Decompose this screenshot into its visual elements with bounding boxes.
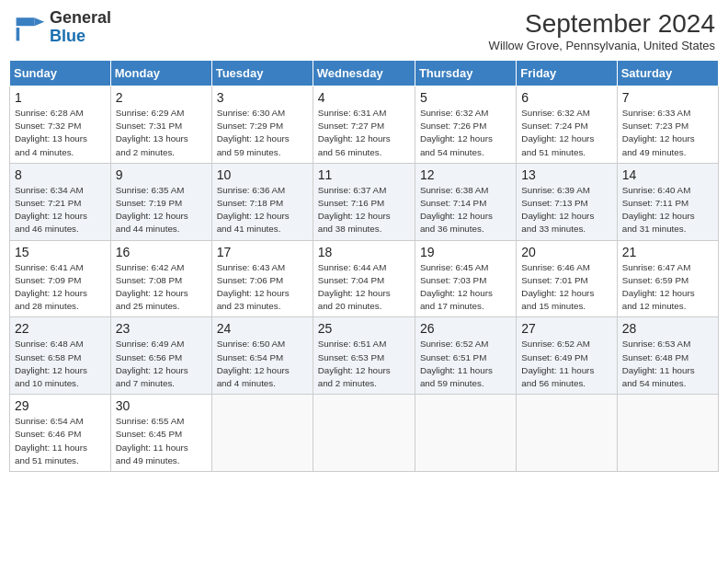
month-year: September 2024	[489, 9, 715, 39]
day-info: Sunrise: 6:40 AM Sunset: 7:11 PM Dayligh…	[622, 184, 713, 236]
svg-marker-1	[17, 17, 35, 26]
day-number: 28	[622, 321, 713, 336]
day-number: 30	[116, 398, 207, 413]
day-number: 5	[420, 90, 511, 105]
day-number: 25	[318, 321, 410, 336]
col-wednesday: Wednesday	[313, 61, 415, 86]
day-info: Sunrise: 6:29 AM Sunset: 7:31 PM Dayligh…	[116, 107, 207, 159]
day-info: Sunrise: 6:31 AM Sunset: 7:27 PM Dayligh…	[318, 107, 410, 159]
table-row: 21Sunrise: 6:47 AM Sunset: 6:59 PM Dayli…	[617, 240, 718, 317]
table-row	[415, 395, 516, 472]
day-info: Sunrise: 6:46 AM Sunset: 7:01 PM Dayligh…	[521, 261, 611, 314]
table-row	[211, 395, 313, 472]
page-header: General Blue September 2024 Willow Grove…	[9, 9, 719, 52]
day-info: Sunrise: 6:37 AM Sunset: 7:16 PM Dayligh…	[318, 184, 410, 236]
day-info: Sunrise: 6:51 AM Sunset: 6:53 PM Dayligh…	[318, 338, 410, 390]
col-thursday: Thursday	[415, 61, 516, 86]
calendar-week-row: 29Sunrise: 6:54 AM Sunset: 6:46 PM Dayli…	[10, 395, 719, 472]
day-number: 6	[521, 90, 611, 105]
day-number: 12	[420, 167, 511, 182]
table-row: 15Sunrise: 6:41 AM Sunset: 7:09 PM Dayli…	[10, 240, 111, 317]
day-number: 11	[318, 167, 410, 182]
table-row: 24Sunrise: 6:50 AM Sunset: 6:54 PM Dayli…	[211, 317, 313, 395]
day-info: Sunrise: 6:42 AM Sunset: 7:08 PM Dayligh…	[116, 261, 207, 314]
day-info: Sunrise: 6:36 AM Sunset: 7:18 PM Dayligh…	[217, 184, 308, 236]
table-row: 5Sunrise: 6:32 AM Sunset: 7:26 PM Daylig…	[415, 86, 516, 164]
table-row: 25Sunrise: 6:51 AM Sunset: 6:53 PM Dayli…	[313, 317, 415, 395]
day-number: 21	[622, 245, 713, 259]
day-number: 23	[116, 321, 207, 336]
day-info: Sunrise: 6:28 AM Sunset: 7:32 PM Dayligh…	[15, 107, 106, 159]
col-friday: Friday	[517, 61, 617, 86]
table-row: 13Sunrise: 6:39 AM Sunset: 7:13 PM Dayli…	[517, 163, 617, 240]
day-number: 8	[15, 167, 106, 182]
day-number: 18	[318, 245, 410, 259]
day-number: 10	[217, 167, 308, 182]
day-info: Sunrise: 6:39 AM Sunset: 7:13 PM Dayligh…	[521, 184, 611, 236]
table-row: 27Sunrise: 6:52 AM Sunset: 6:49 PM Dayli…	[517, 317, 617, 395]
logo-icon	[13, 11, 46, 44]
table-row	[517, 395, 617, 472]
day-number: 16	[116, 245, 207, 259]
day-info: Sunrise: 6:55 AM Sunset: 6:45 PM Dayligh…	[116, 415, 207, 467]
day-number: 15	[15, 245, 106, 259]
day-info: Sunrise: 6:32 AM Sunset: 7:26 PM Dayligh…	[420, 107, 511, 159]
calendar-week-row: 15Sunrise: 6:41 AM Sunset: 7:09 PM Dayli…	[10, 240, 719, 317]
table-row: 30Sunrise: 6:55 AM Sunset: 6:45 PM Dayli…	[110, 395, 211, 472]
day-number: 13	[521, 167, 611, 182]
table-row: 23Sunrise: 6:49 AM Sunset: 6:56 PM Dayli…	[110, 317, 211, 395]
table-row: 9Sunrise: 6:35 AM Sunset: 7:19 PM Daylig…	[110, 163, 211, 240]
table-row: 16Sunrise: 6:42 AM Sunset: 7:08 PM Dayli…	[110, 240, 211, 317]
svg-rect-3	[17, 28, 20, 40]
day-number: 14	[622, 167, 713, 182]
day-number: 17	[217, 245, 308, 259]
logo-general: General	[50, 9, 111, 28]
table-row: 11Sunrise: 6:37 AM Sunset: 7:16 PM Dayli…	[313, 163, 415, 240]
day-number: 22	[15, 321, 106, 336]
table-row: 1Sunrise: 6:28 AM Sunset: 7:32 PM Daylig…	[10, 86, 111, 164]
day-info: Sunrise: 6:44 AM Sunset: 7:04 PM Dayligh…	[318, 261, 410, 314]
day-number: 19	[420, 245, 511, 259]
day-info: Sunrise: 6:54 AM Sunset: 6:46 PM Dayligh…	[15, 415, 106, 467]
day-number: 9	[116, 167, 207, 182]
day-number: 27	[521, 321, 611, 336]
day-info: Sunrise: 6:34 AM Sunset: 7:21 PM Dayligh…	[15, 184, 106, 236]
table-row: 26Sunrise: 6:52 AM Sunset: 6:51 PM Dayli…	[415, 317, 516, 395]
day-info: Sunrise: 6:45 AM Sunset: 7:03 PM Dayligh…	[420, 261, 511, 314]
day-info: Sunrise: 6:52 AM Sunset: 6:51 PM Dayligh…	[420, 338, 511, 390]
logo-blue: Blue	[50, 28, 111, 46]
day-info: Sunrise: 6:47 AM Sunset: 6:59 PM Dayligh…	[622, 261, 713, 314]
day-info: Sunrise: 6:33 AM Sunset: 7:23 PM Dayligh…	[622, 107, 713, 159]
location: Willow Grove, Pennsylvania, United State…	[489, 39, 715, 52]
day-info: Sunrise: 6:52 AM Sunset: 6:49 PM Dayligh…	[521, 338, 611, 390]
day-info: Sunrise: 6:35 AM Sunset: 7:19 PM Dayligh…	[116, 184, 207, 236]
table-row: 18Sunrise: 6:44 AM Sunset: 7:04 PM Dayli…	[313, 240, 415, 317]
day-info: Sunrise: 6:50 AM Sunset: 6:54 PM Dayligh…	[217, 338, 308, 390]
day-info: Sunrise: 6:32 AM Sunset: 7:24 PM Dayligh…	[521, 107, 611, 159]
table-row: 17Sunrise: 6:43 AM Sunset: 7:06 PM Dayli…	[211, 240, 313, 317]
calendar-week-row: 8Sunrise: 6:34 AM Sunset: 7:21 PM Daylig…	[10, 163, 719, 240]
table-row: 4Sunrise: 6:31 AM Sunset: 7:27 PM Daylig…	[313, 86, 415, 164]
col-tuesday: Tuesday	[211, 61, 313, 86]
table-row	[617, 395, 718, 472]
table-row: 22Sunrise: 6:48 AM Sunset: 6:58 PM Dayli…	[10, 317, 111, 395]
table-row: 12Sunrise: 6:38 AM Sunset: 7:14 PM Dayli…	[415, 163, 516, 240]
calendar-header-row: Sunday Monday Tuesday Wednesday Thursday…	[10, 61, 719, 86]
day-number: 1	[15, 90, 106, 105]
calendar-week-row: 1Sunrise: 6:28 AM Sunset: 7:32 PM Daylig…	[10, 86, 719, 164]
table-row	[313, 395, 415, 472]
day-number: 29	[15, 398, 106, 413]
day-info: Sunrise: 6:48 AM Sunset: 6:58 PM Dayligh…	[15, 338, 106, 390]
title-block: September 2024 Willow Grove, Pennsylvani…	[489, 9, 715, 52]
day-info: Sunrise: 6:38 AM Sunset: 7:14 PM Dayligh…	[420, 184, 511, 236]
table-row: 14Sunrise: 6:40 AM Sunset: 7:11 PM Dayli…	[617, 163, 718, 240]
day-number: 3	[217, 90, 308, 105]
calendar-table: Sunday Monday Tuesday Wednesday Thursday…	[9, 60, 719, 472]
day-number: 2	[116, 90, 207, 105]
table-row: 2Sunrise: 6:29 AM Sunset: 7:31 PM Daylig…	[110, 86, 211, 164]
svg-marker-2	[34, 17, 44, 26]
table-row: 6Sunrise: 6:32 AM Sunset: 7:24 PM Daylig…	[517, 86, 617, 164]
col-monday: Monday	[110, 61, 211, 86]
table-row: 20Sunrise: 6:46 AM Sunset: 7:01 PM Dayli…	[517, 240, 617, 317]
day-info: Sunrise: 6:41 AM Sunset: 7:09 PM Dayligh…	[15, 261, 106, 314]
